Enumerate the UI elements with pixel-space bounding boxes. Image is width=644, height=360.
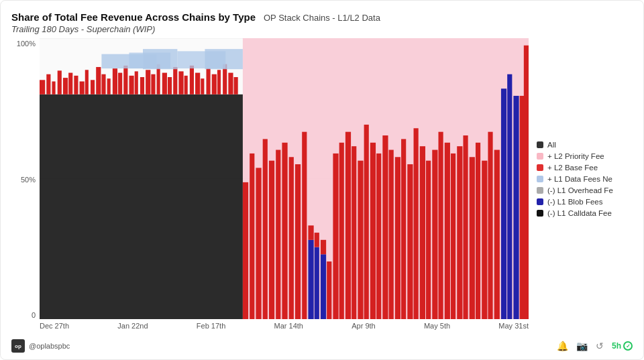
svg-rect-94 bbox=[494, 150, 500, 319]
svg-rect-68 bbox=[352, 146, 356, 319]
x-label-may5: May 5th bbox=[424, 322, 450, 335]
svg-rect-85 bbox=[507, 74, 512, 319]
svg-rect-87 bbox=[451, 154, 455, 319]
legend-dot-l1-overhead bbox=[537, 187, 543, 194]
svg-rect-8 bbox=[46, 74, 50, 95]
legend-dot-l1-data bbox=[537, 176, 543, 182]
check-icon: ✓ bbox=[623, 341, 633, 351]
bell-icon[interactable]: 🔔 bbox=[557, 341, 568, 351]
time-label: 5h bbox=[612, 341, 621, 351]
svg-rect-81 bbox=[432, 150, 437, 319]
x-label-apr9: Apr 9th bbox=[352, 322, 375, 335]
svg-rect-25 bbox=[140, 77, 144, 95]
legend-dot-l2-priority bbox=[537, 153, 543, 160]
x-axis: Dec 27th Jan 22nd Feb 17th Mar 14th Apr … bbox=[40, 319, 529, 335]
refresh-icon[interactable]: ↺ bbox=[596, 341, 604, 351]
y-axis: 100% 50% 0 bbox=[11, 38, 40, 335]
legend-item-l2-base: + L2 Base Fee bbox=[537, 164, 633, 172]
svg-rect-62 bbox=[321, 254, 326, 319]
legend-label-l1-data: + L1 Data Fees Ne bbox=[547, 175, 612, 183]
svg-rect-17 bbox=[96, 67, 101, 95]
svg-rect-12 bbox=[68, 73, 72, 95]
svg-rect-37 bbox=[206, 68, 210, 95]
chart-legend: All + L2 Priority Fee + L2 Base Fee + L1… bbox=[529, 38, 633, 319]
svg-rect-50 bbox=[256, 168, 261, 319]
legend-label-l1-overhead: (-) L1 Overhead Fe bbox=[547, 186, 613, 194]
svg-rect-77 bbox=[407, 164, 413, 319]
svg-rect-55 bbox=[289, 157, 294, 319]
svg-rect-11 bbox=[63, 78, 68, 95]
svg-rect-91 bbox=[476, 143, 480, 319]
svg-rect-52 bbox=[269, 161, 274, 319]
chart-subtitle: Trailing 180 Days - Superchain (WIP) bbox=[11, 24, 633, 34]
svg-rect-89 bbox=[463, 135, 468, 319]
legend-item-l1-data: + L1 Data Fees Ne bbox=[537, 175, 633, 183]
svg-rect-18 bbox=[101, 74, 105, 95]
legend-item-l1-calldata: (-) L1 Calldata Fee bbox=[537, 209, 633, 217]
x-label-dec27: Dec 27th bbox=[40, 322, 69, 335]
svg-rect-82 bbox=[438, 132, 443, 319]
svg-rect-74 bbox=[389, 150, 394, 319]
legend-label-l2-priority: + L2 Priority Fee bbox=[547, 152, 604, 160]
svg-rect-24 bbox=[135, 71, 138, 94]
camera-icon[interactable]: 📷 bbox=[576, 341, 588, 351]
svg-rect-53 bbox=[276, 150, 280, 319]
brand-logo: op bbox=[11, 339, 25, 353]
svg-rect-95 bbox=[520, 96, 525, 319]
x-label-may31: May 31st bbox=[498, 322, 529, 335]
svg-rect-78 bbox=[414, 128, 419, 319]
svg-rect-64 bbox=[327, 261, 331, 319]
chart-footer: op @oplabspbc 🔔 📷 ↺ 5h ✓ bbox=[11, 335, 633, 354]
chart-tag: OP Stack Chains - L1/L2 Data bbox=[264, 13, 380, 23]
chart-title: Share of Total Fee Revenue Across Chains… bbox=[11, 11, 256, 23]
legend-dot-l1-calldata bbox=[537, 210, 543, 217]
footer-handle: @oplabspbc bbox=[29, 342, 70, 350]
svg-rect-92 bbox=[482, 161, 487, 319]
svg-rect-65 bbox=[333, 154, 338, 319]
svg-rect-9 bbox=[52, 81, 55, 94]
svg-rect-20 bbox=[113, 68, 117, 95]
svg-rect-23 bbox=[129, 76, 133, 95]
svg-rect-38 bbox=[212, 74, 217, 95]
svg-rect-75 bbox=[395, 157, 400, 319]
legend-dot-all bbox=[537, 141, 543, 148]
legend-label-l1-calldata: (-) L1 Calldata Fee bbox=[547, 209, 612, 217]
chart-body: 100% 50% 0 bbox=[11, 38, 633, 335]
svg-rect-84 bbox=[501, 88, 506, 319]
legend-dot-l1-blob bbox=[537, 198, 543, 205]
svg-rect-41 bbox=[228, 73, 233, 95]
svg-rect-70 bbox=[364, 125, 369, 319]
svg-rect-57 bbox=[302, 132, 307, 319]
y-label-0: 0 bbox=[32, 311, 36, 319]
chart-container: Share of Total Fee Revenue Across Chains… bbox=[0, 0, 644, 360]
svg-rect-10 bbox=[58, 70, 62, 94]
svg-rect-19 bbox=[107, 78, 111, 95]
svg-rect-27 bbox=[151, 74, 155, 95]
svg-rect-7 bbox=[40, 80, 45, 94]
legend-label-all: All bbox=[547, 141, 556, 149]
legend-item-l2-priority: + L2 Priority Fee bbox=[537, 152, 633, 160]
svg-rect-51 bbox=[263, 139, 268, 319]
footer-left: op @oplabspbc bbox=[11, 339, 70, 353]
svg-rect-71 bbox=[370, 143, 376, 319]
svg-rect-60 bbox=[315, 247, 319, 319]
svg-rect-93 bbox=[488, 132, 492, 319]
svg-rect-30 bbox=[168, 77, 172, 95]
y-label-50: 50% bbox=[21, 176, 36, 184]
legend-dot-l2-base bbox=[537, 164, 543, 171]
x-label-jan22: Jan 22nd bbox=[117, 322, 148, 335]
svg-rect-66 bbox=[339, 143, 344, 319]
x-label-feb17: Feb 17th bbox=[197, 322, 225, 335]
svg-rect-63 bbox=[321, 240, 326, 254]
svg-rect-26 bbox=[146, 70, 150, 95]
svg-rect-34 bbox=[190, 66, 194, 95]
svg-rect-42 bbox=[234, 77, 238, 95]
svg-rect-83 bbox=[445, 143, 450, 319]
svg-rect-96 bbox=[524, 46, 529, 319]
svg-rect-35 bbox=[195, 73, 200, 95]
svg-rect-36 bbox=[201, 78, 204, 95]
legend-item-l1-blob: (-) L1 Blob Fees bbox=[537, 198, 633, 206]
chart-header: Share of Total Fee Revenue Across Chains… bbox=[11, 11, 633, 23]
svg-rect-6 bbox=[40, 95, 243, 319]
bar-chart-svg bbox=[40, 38, 529, 319]
